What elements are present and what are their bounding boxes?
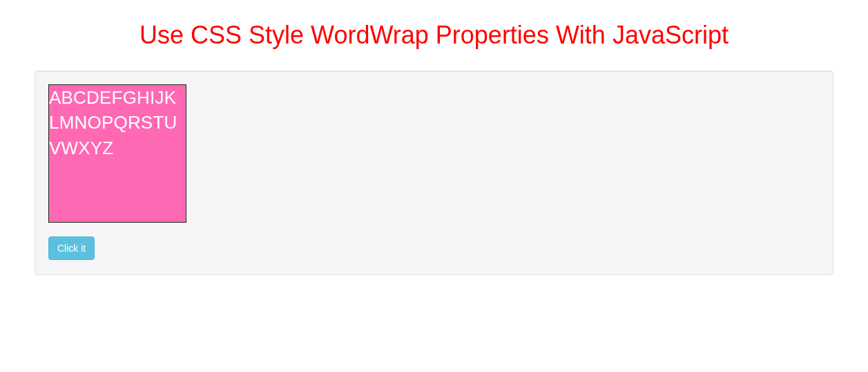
page-container: Use CSS Style WordWrap Properties With J… (0, 0, 868, 303)
demo-panel: ABCDEFGHIJKLMNOPQRSTUVWXYZ Click it (35, 71, 833, 275)
page-title: Use CSS Style WordWrap Properties With J… (35, 21, 833, 50)
click-it-button[interactable]: Click it (48, 236, 95, 260)
wordwrap-box: ABCDEFGHIJKLMNOPQRSTUVWXYZ (48, 84, 186, 223)
